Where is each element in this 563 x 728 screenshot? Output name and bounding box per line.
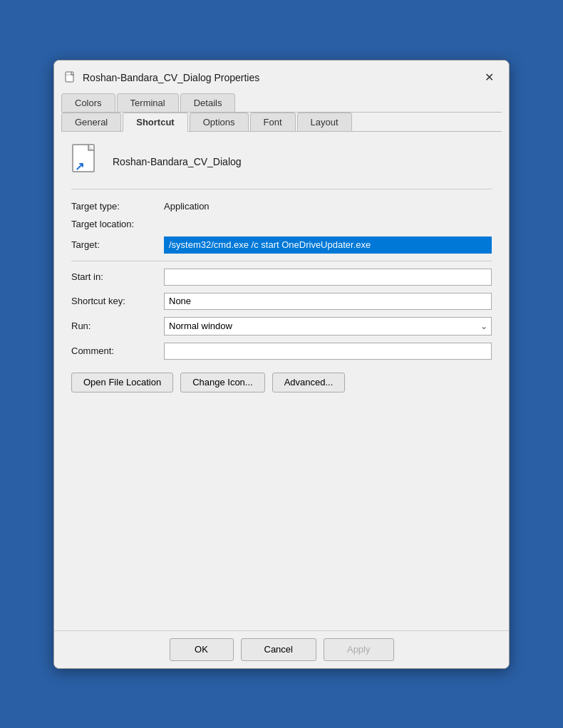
change-icon-button[interactable]: Change Icon...	[180, 373, 265, 392]
open-file-location-button[interactable]: Open File Location	[71, 373, 173, 392]
comment-label: Comment:	[71, 345, 164, 356]
shortcut-file-icon: ↗	[71, 143, 103, 180]
target-type-row: Target type: Application	[71, 201, 492, 212]
tab-details[interactable]: Details	[180, 93, 236, 112]
run-select-wrapper: Normal window Minimized Maximized ⌄	[164, 317, 492, 336]
target-type-value: Application	[164, 201, 210, 212]
title-icon	[64, 71, 77, 84]
shortcut-header: ↗ Roshan-Bandara_CV_Dialog	[71, 143, 492, 189]
advanced-button[interactable]: Advanced...	[272, 373, 346, 392]
shortcut-key-input[interactable]	[164, 293, 492, 310]
apply-button[interactable]: Apply	[324, 638, 394, 661]
start-in-input[interactable]	[164, 269, 492, 286]
target-type-label: Target type:	[71, 201, 164, 212]
tab-colors[interactable]: Colors	[61, 93, 115, 112]
dialog-title: Roshan-Bandara_CV_Dialog Properties	[83, 72, 259, 83]
comment-input[interactable]	[164, 343, 492, 360]
run-label: Run:	[71, 321, 164, 331]
tab-options[interactable]: Options	[190, 113, 249, 131]
svg-text:↗: ↗	[75, 160, 84, 172]
target-location-label: Target location:	[71, 219, 164, 229]
start-in-row: Start in:	[71, 269, 492, 286]
start-in-label: Start in:	[71, 271, 164, 282]
tab-font[interactable]: Font	[250, 113, 296, 131]
content-spacer	[71, 392, 492, 549]
shortcut-key-row: Shortcut key:	[71, 293, 492, 310]
properties-dialog: Roshan-Bandara_CV_Dialog Properties ✕ Co…	[53, 60, 510, 669]
close-button[interactable]: ✕	[479, 68, 499, 88]
cancel-button[interactable]: Cancel	[241, 638, 316, 661]
tab-content: ↗ Roshan-Bandara_CV_Dialog Target type: …	[54, 132, 509, 630]
ok-button[interactable]: OK	[170, 638, 234, 661]
run-select[interactable]: Normal window Minimized Maximized	[164, 317, 492, 336]
shortcut-filename: Roshan-Bandara_CV_Dialog	[113, 156, 242, 167]
bottom-tab-row: General Shortcut Options Font Layout	[61, 113, 502, 132]
run-row: Run: Normal window Minimized Maximized ⌄	[71, 317, 492, 336]
title-bar: Roshan-Bandara_CV_Dialog Properties ✕	[54, 61, 509, 88]
target-input[interactable]	[164, 236, 492, 254]
tab-layout[interactable]: Layout	[297, 113, 352, 131]
target-location-row: Target location:	[71, 219, 492, 229]
top-tab-row: Colors Terminal Details	[61, 88, 502, 113]
shortcut-key-label: Shortcut key:	[71, 296, 164, 306]
target-row: Target:	[71, 236, 492, 254]
title-bar-left: Roshan-Bandara_CV_Dialog Properties	[64, 71, 259, 84]
tab-general[interactable]: General	[61, 113, 121, 131]
action-buttons: Open File Location Change Icon... Advanc…	[71, 373, 492, 392]
divider-1	[71, 261, 492, 261]
bottom-bar: OK Cancel Apply	[54, 630, 509, 668]
tab-shortcut[interactable]: Shortcut	[123, 113, 187, 132]
target-label: Target:	[71, 239, 164, 250]
comment-row: Comment:	[71, 343, 492, 360]
tab-terminal[interactable]: Terminal	[117, 93, 179, 112]
